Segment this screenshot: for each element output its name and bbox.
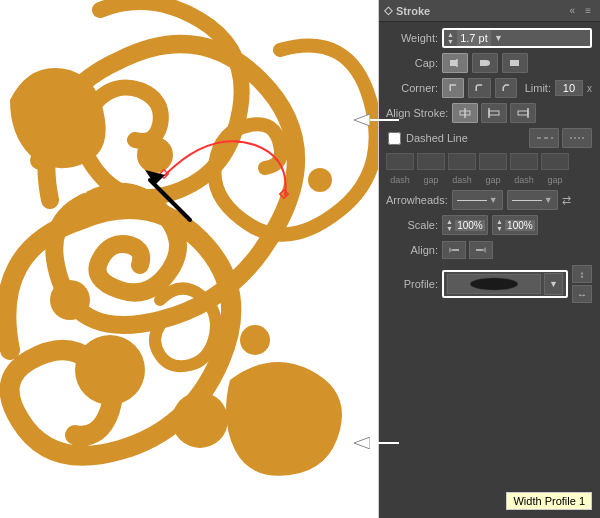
align-outside-button[interactable] [510, 103, 536, 123]
scale1-down[interactable]: ▼ [445, 225, 454, 232]
profile-label: Profile: [386, 278, 438, 290]
limit-clear-button[interactable]: x [587, 83, 592, 94]
weight-field-wrapper: ▲ ▼ ▼ [442, 28, 592, 48]
profile-side-buttons: ↕ ↔ [572, 265, 592, 303]
panel-collapse-button[interactable]: « [567, 4, 579, 17]
weight-spin-up[interactable]: ▲ [446, 31, 455, 38]
dash3-input[interactable] [510, 153, 538, 170]
cap-butt-button[interactable] [442, 53, 468, 73]
profile-preview [447, 274, 541, 294]
dash3-label: dash [510, 175, 538, 185]
align-stroke-icons [452, 103, 536, 123]
weight-unit-dropdown[interactable]: ▼ [493, 33, 504, 43]
profile-dropdown-button[interactable]: ▼ [544, 273, 563, 295]
align-row-btn1[interactable] [442, 241, 466, 259]
corner-miter-button[interactable] [442, 78, 464, 98]
scale-spin-1: ▲ ▼ [445, 218, 454, 232]
arrowhead-swap-button[interactable]: ⇄ [562, 194, 571, 207]
align-row-label: Align: [386, 244, 438, 256]
panel-title: ◇ Stroke [384, 4, 430, 17]
svg-marker-25 [482, 247, 486, 253]
dash1-label: dash [386, 175, 414, 185]
scale-spin-2: ▲ ▼ [495, 218, 504, 232]
align-row: Align: [386, 240, 592, 260]
svg-rect-12 [480, 60, 486, 66]
svg-rect-13 [510, 60, 519, 66]
profile-row: Profile: ▼ ↕ ↔ [386, 265, 592, 303]
gap3-input[interactable] [541, 153, 569, 170]
gap2-label: gap [479, 175, 507, 185]
limit-label: Limit: [521, 82, 551, 94]
arrowhead-start-dropdown[interactable]: ▼ [452, 190, 503, 210]
arrowhead-end-dropdown[interactable]: ▼ [507, 190, 558, 210]
arrowhead-line-1 [457, 200, 487, 201]
svg-point-2 [50, 280, 90, 320]
svg-point-3 [137, 137, 173, 173]
align-center-button[interactable] [452, 103, 478, 123]
limit-input[interactable] [555, 80, 583, 96]
dashed-checkbox[interactable] [388, 132, 401, 145]
svg-rect-16 [489, 111, 499, 115]
canvas-panel-divider [378, 0, 379, 518]
arrowhead-dd-1: ▼ [489, 195, 498, 205]
dashed-line-row: Dashed Line [386, 128, 592, 148]
cap-row: Cap: [386, 53, 592, 73]
scale2-down[interactable]: ▼ [495, 225, 504, 232]
panel-controls: « ≡ [567, 4, 594, 17]
dash2-label: dash [448, 175, 476, 185]
corner-round-button[interactable] [468, 78, 490, 98]
gap1-input[interactable] [417, 153, 445, 170]
weight-row: Weight: ▲ ▼ ▼ [386, 28, 592, 48]
arrowhead-line-2 [512, 200, 542, 201]
scale-row: Scale: ▲ ▼ ▲ ▼ [386, 215, 592, 235]
scale2-input[interactable] [505, 220, 535, 231]
weight-spinbox: ▲ ▼ [446, 31, 455, 45]
dashed-label[interactable]: Dashed Line [406, 132, 468, 144]
canvas-area [0, 0, 380, 518]
dash-gap-row [386, 153, 592, 170]
arrowheads-row: Arrowheads: ▼ ▼ ⇄ [386, 190, 592, 210]
align-row-btn2[interactable] [469, 241, 493, 259]
scale-label: Scale: [386, 219, 438, 231]
svg-point-5 [308, 168, 332, 192]
corner-label: Corner: [386, 82, 438, 94]
dash-gap-labels: dash gap dash gap dash gap [386, 175, 592, 185]
align-stroke-row: Align Stroke: [386, 103, 592, 123]
weight-spin-down[interactable]: ▼ [446, 38, 455, 45]
weight-label: Weight: [386, 32, 438, 44]
align-stroke-label: Align Stroke: [386, 107, 448, 119]
scale-field-2: ▲ ▼ [492, 215, 538, 235]
scale2-up[interactable]: ▲ [495, 218, 504, 225]
align-inside-button[interactable] [481, 103, 507, 123]
svg-rect-10 [450, 60, 457, 66]
cap-projecting-button[interactable] [502, 53, 528, 73]
panel-title-text: Stroke [396, 5, 430, 17]
svg-marker-23 [449, 247, 453, 253]
scale1-input[interactable] [455, 220, 485, 231]
dash2-input[interactable] [448, 153, 476, 170]
profile-flip-v-button[interactable]: ↕ [572, 265, 592, 283]
stroke-panel: ◇ Stroke « ≡ Weight: ▲ ▼ ▼ Cap: [378, 0, 600, 518]
svg-rect-18 [518, 111, 528, 115]
arrowheads-label: Arrowheads: [386, 194, 448, 206]
cap-round-button[interactable] [472, 53, 498, 73]
panel-header: ◇ Stroke « ≡ [378, 0, 600, 22]
scale-field-1: ▲ ▼ [442, 215, 488, 235]
dash-style-1[interactable] [529, 128, 559, 148]
panel-menu-button[interactable]: ≡ [582, 4, 594, 17]
panel-body: Weight: ▲ ▼ ▼ Cap: [378, 22, 600, 518]
arrowhead-dd-2: ▼ [544, 195, 553, 205]
cap-label: Cap: [386, 57, 438, 69]
svg-point-26 [470, 278, 518, 290]
gap2-input[interactable] [479, 153, 507, 170]
profile-field-wrapper: ▼ [442, 270, 568, 298]
dash1-input[interactable] [386, 153, 414, 170]
svg-point-4 [240, 325, 270, 355]
scale1-up[interactable]: ▲ [445, 218, 454, 225]
dash-style-2[interactable] [562, 128, 592, 148]
weight-input[interactable] [457, 30, 491, 46]
gap1-label: gap [417, 175, 445, 185]
corner-row: Corner: Limit: x [386, 78, 592, 98]
profile-flip-h-button[interactable]: ↔ [572, 285, 592, 303]
corner-bevel-button[interactable] [495, 78, 517, 98]
